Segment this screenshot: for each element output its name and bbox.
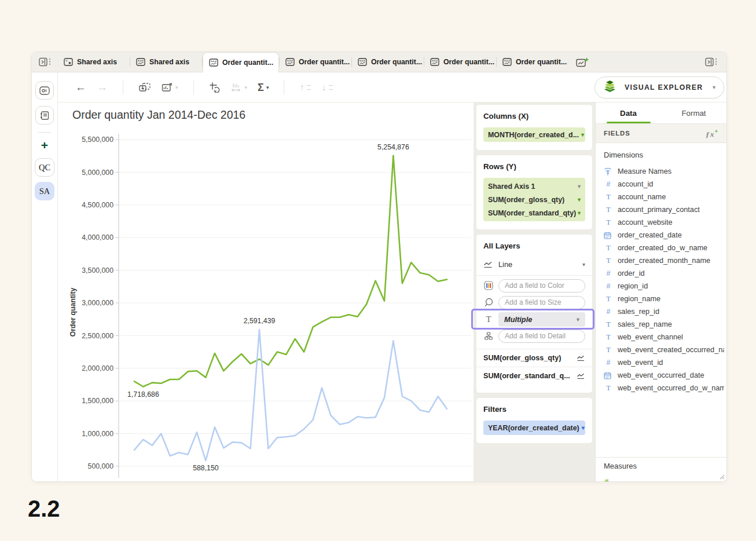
worksheet-tab-0[interactable]: Shared axis xyxy=(58,52,130,72)
pill-sum-order-standard-qty[interactable]: SUM(order_standard_qty) ▾ xyxy=(483,206,585,220)
sidebar-divider xyxy=(38,132,51,133)
chevron-down-icon: ▾ xyxy=(582,261,585,268)
pill-year-order-created-date[interactable]: YEAR(order_created_date) ▾ xyxy=(483,421,585,435)
pill-month-order-created-date[interactable]: MONTH(order_created_d... ▾ xyxy=(483,127,585,142)
color-field-input[interactable]: Add a field to Color xyxy=(498,279,585,293)
field-label: sales_rep_name xyxy=(618,320,672,328)
collapse-right-panel-icon[interactable] xyxy=(696,52,726,72)
text-target-row: T Multiple ▾ xyxy=(483,312,585,327)
undo-button[interactable]: ← xyxy=(75,82,86,93)
text-field-dropdown[interactable]: Multiple ▾ xyxy=(498,312,585,327)
fit-axes-button[interactable]: ▾ xyxy=(231,82,248,93)
series-line-0[interactable] xyxy=(134,156,447,387)
data-point-label: 1,718,686 xyxy=(127,390,159,399)
field-item-web-event-created-occurred-na-[interactable]: Tweb_event_created_occurred_na... xyxy=(604,343,724,356)
size-field-input[interactable]: Add a field to Size xyxy=(498,296,585,309)
collapse-left-panel-icon[interactable] xyxy=(32,52,58,72)
add-calculated-field-button[interactable]: ƒx+ xyxy=(706,128,718,139)
field-item-order-created-date[interactable]: order_created_date xyxy=(604,229,724,242)
tab-format[interactable]: Format xyxy=(661,103,726,123)
tab-label: Order quantit... xyxy=(222,59,273,67)
screen-recording-button[interactable] xyxy=(35,81,54,100)
pill-label: SUM(order_standard_qty) xyxy=(488,209,576,217)
color-icon xyxy=(483,281,494,290)
series-line-1[interactable] xyxy=(134,330,447,460)
field-item-sales-rep-id[interactable]: #sales_rep_id xyxy=(604,305,724,318)
worksheet-tab-4[interactable]: Order quantit... xyxy=(352,52,424,72)
worksheet-tab-2[interactable]: Order quantit...⋮ xyxy=(203,52,279,72)
svg-text:2,500,000: 2,500,000 xyxy=(82,332,113,340)
notebook-button[interactable] xyxy=(35,106,54,125)
worksheet-tab-5[interactable]: Order quantit... xyxy=(424,52,496,72)
layer-row-label: SUM(order_gloss_qty) xyxy=(483,354,561,362)
layer-row-standard[interactable]: SUM(order_standard_q... xyxy=(476,367,592,385)
text-field-value: Multiple xyxy=(504,315,532,324)
detail-field-input[interactable]: Add a field to Detail xyxy=(498,330,585,343)
field-label: web_event_occurred_do_w_name xyxy=(618,384,724,392)
worksheet-tab-3[interactable]: Order quantit... xyxy=(280,52,351,72)
field-item-order-id[interactable]: #order_id xyxy=(604,267,724,280)
sigma-icon: Σ xyxy=(258,82,264,93)
aggregate-sigma-button[interactable]: Σ ▾ xyxy=(258,82,269,93)
svg-text:1,500,000: 1,500,000 xyxy=(82,397,113,405)
tab-label: Order quantit... xyxy=(371,58,422,66)
add-layer-button[interactable] xyxy=(138,82,151,93)
field-item-web-event-channel[interactable]: Tweb_event_channel xyxy=(604,331,724,343)
color-target-row: Add a field to Color xyxy=(483,278,585,293)
field-item-web-event-id[interactable]: #web_event_id xyxy=(604,356,724,369)
redo-button[interactable]: → xyxy=(97,82,108,93)
field-label: web_event_occurred_date xyxy=(618,371,704,379)
line-chart: 5,500,0005,000,0004,500,0004,000,0003,50… xyxy=(58,127,474,481)
app-window: Shared axisShared axisOrder quantit...⋮O… xyxy=(32,52,726,481)
sort-ascending-button[interactable]: ↑ xyxy=(299,83,311,92)
remove-layer-button[interactable]: ▾ xyxy=(162,82,178,92)
dimensions-label: Dimensions xyxy=(604,151,724,159)
field-label: region_id xyxy=(618,282,648,290)
shared-axis-header[interactable]: Shared Axis 1 ▾ xyxy=(483,180,585,193)
panel-resize-handle[interactable] xyxy=(718,473,725,480)
worksheet-tab-1[interactable]: Shared axis xyxy=(130,52,202,72)
svg-text:5,500,000: 5,500,000 xyxy=(82,136,113,144)
chevron-down-icon: ▾ xyxy=(577,316,579,323)
layer-row-gloss[interactable]: SUM(order_gloss_qty) xyxy=(476,349,592,367)
field-item-account-website[interactable]: Taccount_website xyxy=(604,216,724,229)
sidebar-item-sa[interactable]: SA xyxy=(35,182,54,200)
text-field-icon: T xyxy=(604,206,613,214)
field-item-order-created-do-w-name[interactable]: Torder_created_do_w_name xyxy=(604,242,724,254)
mark-type-dropdown[interactable]: Line ▾ xyxy=(476,257,592,276)
field-item-web-event-occurred-do-w-name[interactable]: Tweb_event_occurred_do_w_name xyxy=(604,382,724,394)
field-item-region-id[interactable]: #region_id xyxy=(604,280,724,293)
field-item-sales-rep-name[interactable]: Tsales_rep_name xyxy=(604,318,724,331)
pill-sum-order-gloss-qty[interactable]: SUM(order_gloss_qty) ▾ xyxy=(483,193,585,206)
field-item-region-name[interactable]: Tregion_name xyxy=(604,293,724,305)
visual-explorer-menu-button[interactable]: VISUAL EXPLORER ▾ xyxy=(594,76,724,98)
svg-text:500,000: 500,000 xyxy=(88,462,114,470)
field-label: web_event_channel xyxy=(618,333,683,341)
add-item-button[interactable]: + xyxy=(41,138,48,153)
text-field-icon: T xyxy=(604,295,613,304)
number-field-icon: # xyxy=(604,359,613,367)
rows-shelf: Rows (Y) Shared Axis 1 ▾ SUM(order_gloss… xyxy=(476,155,592,229)
field-label: Measure Names xyxy=(618,167,671,176)
tab-data[interactable]: Data xyxy=(596,103,661,123)
data-point-label: 588,150 xyxy=(193,464,219,472)
data-panel: Data Format FIELDS ƒx+ Dimensions Measur… xyxy=(595,103,726,481)
chevron-down-icon: ▾ xyxy=(175,85,178,90)
tab-label: Shared axis xyxy=(77,58,117,66)
field-item-order-created-month-name[interactable]: Torder_created_month_name xyxy=(604,254,724,267)
chart-area: Order quantity Jan 2014-Dec 2016 5,500,0… xyxy=(58,103,474,481)
field-item-account-name[interactable]: Taccount_name xyxy=(604,191,724,203)
worksheet-tab-6[interactable]: Order quantit... xyxy=(497,52,568,72)
layer-row-label: SUM(order_standard_q... xyxy=(483,372,570,380)
tab-menu-icon[interactable]: ⋮ xyxy=(277,59,279,67)
field-label: order_id xyxy=(618,269,645,277)
field-item-account-id[interactable]: #account_id xyxy=(604,178,724,191)
sidebar-item-qc[interactable]: QC xyxy=(35,158,54,177)
field-item-web-event-occurred-date[interactable]: web_event_occurred_date xyxy=(604,369,724,382)
field-item-account-primary-contact[interactable]: Taccount_primary_contact xyxy=(604,203,724,216)
sort-descending-button[interactable]: ↓ xyxy=(321,83,333,92)
fields-header-label: FIELDS xyxy=(604,130,630,137)
field-item-measure-names[interactable]: Measure Names xyxy=(604,165,724,178)
new-worksheet-button[interactable] xyxy=(568,52,596,72)
swap-axes-button[interactable] xyxy=(209,82,221,93)
